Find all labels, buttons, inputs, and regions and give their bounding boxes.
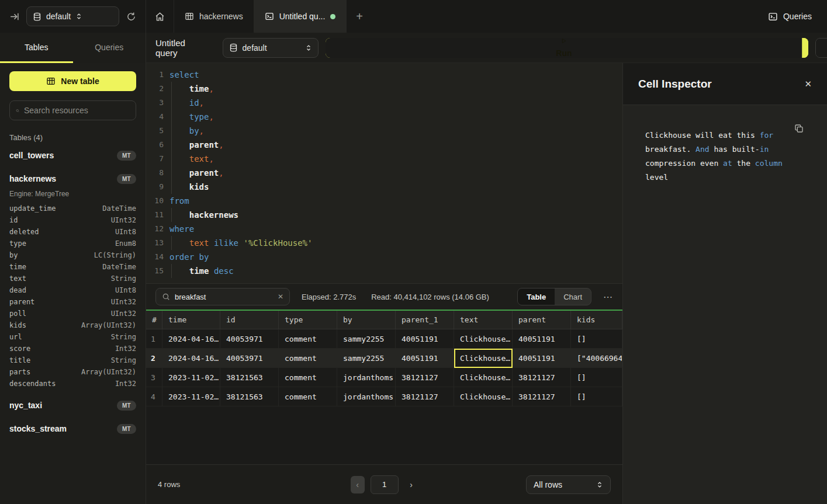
more-options-button[interactable]: ⋯ — [603, 291, 613, 303]
table-cell[interactable]: 38121563 — [220, 387, 279, 406]
table-cell[interactable]: Clickhouse… — [454, 387, 513, 406]
tab-home[interactable] — [146, 0, 174, 33]
row-count: 4 rows — [158, 480, 351, 489]
pagination: ‹ › — [351, 475, 418, 494]
table-cell[interactable]: comment — [279, 387, 337, 406]
view-toggle-chart[interactable]: Chart — [555, 289, 591, 305]
line-number: 2 — [146, 82, 164, 96]
column-header[interactable]: parent_1 — [396, 311, 454, 329]
table-cell[interactable]: 38121127 — [396, 368, 454, 387]
column-type: DateTime — [102, 263, 136, 271]
table-cell[interactable]: 40051191 — [396, 329, 454, 349]
schema-column: timeDateTime — [9, 261, 136, 273]
table-cell[interactable]: 2024-04-16… — [162, 329, 220, 349]
sidebar: New table Tables (4) cell_towersMThacker… — [0, 63, 146, 504]
table-cell[interactable]: 40053971 — [220, 349, 279, 368]
sql-ai-button-group: SQL AI — [815, 38, 827, 58]
table-item[interactable]: cell_towersMT — [9, 145, 136, 165]
page-number-input[interactable] — [371, 475, 399, 494]
table-cell[interactable]: Clickhouse… — [454, 368, 513, 387]
table-cell[interactable]: 40051191 — [513, 329, 571, 349]
column-header[interactable]: parent — [513, 311, 571, 329]
row-number: 1 — [146, 329, 162, 349]
column-header[interactable]: time — [162, 311, 220, 329]
table-cell[interactable]: Clickhouse… — [454, 349, 513, 368]
table-cell[interactable]: 38121127 — [513, 387, 571, 406]
table-cell[interactable]: 2023-11-02… — [162, 387, 220, 406]
table-name: nyc_taxi — [9, 401, 42, 410]
table-cell[interactable]: [] — [571, 329, 622, 349]
resource-search-input[interactable] — [24, 106, 130, 115]
schema-column: scoreInt32 — [9, 343, 136, 354]
run-button[interactable]: Run — [326, 38, 802, 58]
view-toggle-table[interactable]: Table — [518, 289, 555, 305]
previous-page-button[interactable]: ‹ — [351, 476, 365, 493]
sidebar-tab-queries[interactable]: Queries — [73, 33, 146, 63]
table-cell[interactable]: ["40066964… — [571, 349, 622, 368]
code-line: 13 text ilike '%ClickHouse%' — [146, 236, 622, 250]
table-cell[interactable]: 38121127 — [396, 387, 454, 406]
new-table-button[interactable]: New table — [9, 71, 136, 91]
clear-search-button[interactable]: ✕ — [278, 293, 283, 301]
column-type: UInt32 — [111, 216, 136, 224]
schema-column: partsArray(UInt32) — [9, 366, 136, 378]
collapse-sidebar-button[interactable] — [7, 9, 22, 24]
table-item[interactable]: hackernewsMT — [9, 169, 136, 189]
cell-inspector-header: Cell Inspector ✕ — [623, 63, 827, 105]
table-cell[interactable]: 38121563 — [220, 368, 279, 387]
new-tab-button[interactable]: + — [347, 0, 372, 33]
table-cell[interactable]: sammy2255 — [337, 329, 396, 349]
table-cell[interactable]: 2023-11-02… — [162, 368, 220, 387]
table-cell[interactable]: [] — [571, 387, 622, 406]
close-inspector-button[interactable]: ✕ — [804, 79, 812, 89]
table-cell[interactable]: comment — [279, 329, 337, 349]
refresh-icon — [126, 12, 136, 22]
column-header[interactable]: by — [337, 311, 396, 329]
run-options-button[interactable] — [802, 38, 808, 58]
column-header[interactable]: type — [279, 311, 337, 329]
row-number: 4 — [146, 387, 162, 406]
table-cell[interactable]: Clickhouse… — [454, 329, 513, 349]
column-header[interactable]: id — [220, 311, 279, 329]
query-title: Untitled query — [155, 38, 209, 58]
column-name: parent — [9, 298, 34, 306]
table-cell[interactable]: 40053971 — [220, 329, 279, 349]
tab-hackernews[interactable]: hackernews — [174, 0, 254, 33]
results-search-input[interactable] — [175, 293, 273, 301]
table-item[interactable]: nyc_taxiMT — [9, 395, 136, 415]
schema-column: deadUInt8 — [9, 284, 136, 296]
code-text: kids — [164, 180, 209, 194]
queries-button[interactable]: Queries — [768, 0, 812, 33]
table-cell[interactable]: sammy2255 — [337, 349, 396, 368]
column-header[interactable]: text — [454, 311, 513, 329]
table-cell[interactable]: 40051191 — [396, 349, 454, 368]
column-header[interactable]: # — [146, 311, 162, 329]
tab-untitled-query[interactable]: Untitled qu... — [254, 0, 347, 33]
sql-ai-button[interactable]: SQL AI — [816, 39, 827, 57]
table-cell[interactable]: 38121127 — [513, 368, 571, 387]
table-row: 32023-11-02…38121563commentjordanthoms38… — [146, 368, 622, 387]
open-tabs: hackernews Untitled qu... + — [146, 0, 372, 33]
schema-column: kidsArray(UInt32) — [9, 319, 136, 331]
refresh-button[interactable] — [124, 9, 139, 24]
query-database-selector[interactable]: default — [223, 38, 319, 58]
copy-cell-button[interactable] — [794, 124, 804, 133]
table-cell[interactable]: 2024-04-16… — [162, 349, 220, 368]
code-line: 9 kids — [146, 180, 622, 194]
table-cell[interactable]: comment — [279, 368, 337, 387]
column-header[interactable]: kids — [571, 311, 622, 329]
table-cell[interactable]: comment — [279, 349, 337, 368]
schema-column: urlString — [9, 331, 136, 343]
table-row: 42023-11-02…38121563commentjordanthoms38… — [146, 387, 622, 406]
next-page-button[interactable]: › — [404, 476, 418, 493]
database-selector[interactable]: default — [26, 6, 119, 26]
table-cell[interactable]: jordanthoms — [337, 368, 396, 387]
table-cell[interactable]: [] — [571, 368, 622, 387]
sidebar-tab-tables[interactable]: Tables — [0, 33, 73, 63]
table-cell[interactable]: jordanthoms — [337, 387, 396, 406]
column-type: UInt32 — [111, 298, 136, 306]
table-cell[interactable]: 40051191 — [513, 349, 571, 368]
table-item[interactable]: stocks_streamMT — [9, 419, 136, 439]
sql-editor[interactable]: 1select2 time,3 id,4 type,5 by,6 parent,… — [146, 63, 622, 283]
page-size-selector[interactable]: All rows — [526, 475, 611, 494]
